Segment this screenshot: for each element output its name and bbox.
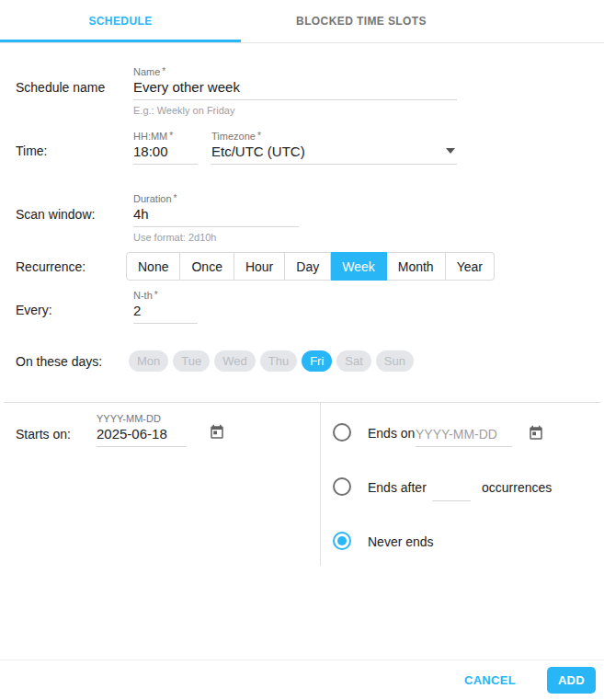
- schedule-name-row-label: Schedule name: [16, 80, 105, 95]
- time-hhmm-field: HH:MM*: [133, 131, 198, 165]
- nth-field: N-th*: [133, 290, 198, 324]
- recurrence-option-none[interactable]: None: [126, 252, 180, 281]
- nth-field-label: N-th*: [133, 290, 198, 301]
- every-row-label: Every:: [16, 303, 52, 317]
- never-ends-label: Never ends: [368, 534, 434, 549]
- tab-bar: SCHEDULEBLOCKED TIME SLOTS: [0, 0, 604, 43]
- day-chips: MonTueWedThuFriSatSun: [129, 350, 414, 372]
- recurrence-button-group: NoneOnceHourDayWeekMonthYear: [126, 252, 495, 281]
- scan-window-row-label: Scan window:: [16, 207, 95, 222]
- starts-on-field: YYYY-MM-DD: [97, 413, 187, 447]
- ends-on-label: Ends on: [368, 426, 415, 441]
- section-divider: [4, 402, 600, 403]
- recurrence-row-label: Recurrence:: [16, 259, 85, 274]
- schedule-dialog: SCHEDULEBLOCKED TIME SLOTS Schedule name…: [0, 0, 604, 700]
- day-chip-fri[interactable]: Fri: [302, 350, 332, 372]
- tab-schedule[interactable]: SCHEDULE: [0, 0, 241, 42]
- required-asterisk: *: [162, 66, 165, 76]
- vertical-divider: [320, 403, 321, 566]
- recurrence-option-year[interactable]: Year: [446, 252, 495, 281]
- chevron-down-icon[interactable]: [446, 148, 455, 154]
- name-field-label: Name*: [133, 66, 457, 77]
- starts-on-field-label: YYYY-MM-DD: [97, 413, 187, 424]
- starts-on-calendar-icon[interactable]: [209, 424, 225, 441]
- add-button[interactable]: ADD: [547, 667, 596, 694]
- recurrence-option-month[interactable]: Month: [387, 252, 446, 281]
- required-asterisk: *: [169, 131, 173, 141]
- tab-blocked-time-slots[interactable]: BLOCKED TIME SLOTS: [241, 0, 482, 42]
- ends-on-date-input[interactable]: [416, 426, 512, 447]
- time-hhmm-input[interactable]: [133, 143, 198, 165]
- day-chip-tue[interactable]: Tue: [173, 350, 210, 372]
- recurrence-option-day[interactable]: Day: [285, 252, 331, 281]
- footer: CANCEL ADD: [0, 660, 604, 700]
- recurrence-option-once[interactable]: Once: [180, 252, 234, 281]
- schedule-name-input[interactable]: [133, 79, 457, 100]
- duration-field: Duration* Use format: 2d10h: [133, 193, 299, 243]
- ends-after-label: Ends after: [368, 480, 427, 495]
- ends-after-radio[interactable]: [333, 477, 351, 496]
- required-asterisk: *: [154, 290, 158, 300]
- duration-field-label: Duration*: [133, 193, 299, 204]
- day-chip-mon[interactable]: Mon: [129, 350, 168, 372]
- schedule-name-hint: E.g.: Weekly on Friday: [133, 105, 457, 116]
- required-asterisk: *: [174, 193, 177, 203]
- time-row-label: Time:: [16, 143, 47, 158]
- recurrence-option-week[interactable]: Week: [331, 252, 387, 281]
- day-chip-wed[interactable]: Wed: [214, 350, 256, 372]
- day-chip-sun[interactable]: Sun: [376, 350, 414, 372]
- timezone-select[interactable]: [211, 143, 457, 165]
- schedule-name-field: Name* E.g.: Weekly on Friday: [133, 66, 457, 116]
- ends-on-calendar-icon[interactable]: [528, 425, 544, 442]
- never-ends-radio[interactable]: [333, 532, 351, 550]
- timezone-field-label: Timezone*: [211, 131, 457, 142]
- nth-input[interactable]: [133, 303, 198, 324]
- starts-on-row-label: Starts on:: [16, 427, 71, 442]
- day-chip-sat[interactable]: Sat: [336, 350, 371, 372]
- day-chip-thu[interactable]: Thu: [260, 350, 297, 372]
- occurrences-label: occurrences: [482, 480, 552, 495]
- timezone-field: Timezone*: [211, 131, 457, 165]
- ends-after-count-input[interactable]: [432, 480, 471, 501]
- required-asterisk: *: [257, 131, 261, 141]
- recurrence-option-hour[interactable]: Hour: [234, 252, 285, 281]
- days-row-label: On these days:: [16, 354, 102, 369]
- duration-input[interactable]: [133, 206, 299, 227]
- starts-on-input[interactable]: [97, 426, 187, 447]
- ends-on-radio[interactable]: [333, 423, 351, 442]
- hhmm-field-label: HH:MM*: [133, 131, 198, 142]
- duration-hint: Use format: 2d10h: [133, 232, 299, 243]
- cancel-button[interactable]: CANCEL: [450, 667, 530, 694]
